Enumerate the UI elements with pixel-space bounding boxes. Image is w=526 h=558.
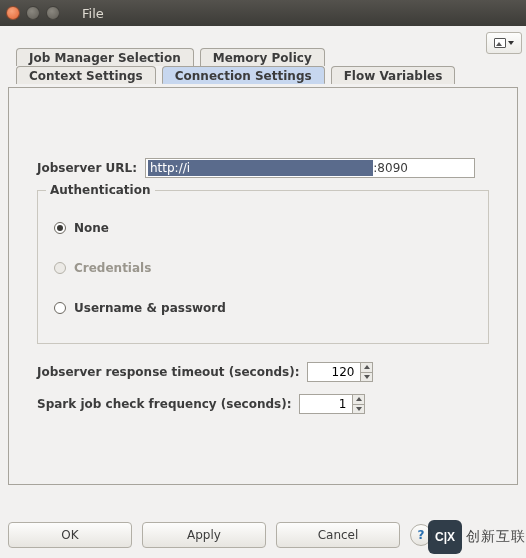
auth-option-label: Username & password [74,301,226,315]
jobserver-url-label: Jobserver URL: [37,161,137,175]
close-icon[interactable] [6,6,20,20]
timeout-label: Jobserver response timeout (seconds): [37,365,299,379]
chevron-down-icon [364,375,370,379]
auth-option-none[interactable]: None [54,221,474,235]
frequency-label: Spark job check frequency (seconds): [37,397,291,411]
auth-option-userpass[interactable]: Username & password [54,301,474,315]
stepper-up[interactable] [361,363,372,373]
authentication-group: Authentication None Credentials Username… [37,190,489,344]
auth-option-label: None [74,221,109,235]
jobserver-url-input[interactable]: http://i :8090 [145,158,475,178]
authentication-legend: Authentication [46,183,155,197]
tab-memory-policy[interactable]: Memory Policy [200,48,325,66]
stepper-down[interactable] [353,405,364,414]
auth-option-credentials[interactable]: Credentials [54,261,474,275]
stepper-up[interactable] [353,395,364,405]
titlebar: File [0,0,526,26]
radio-icon [54,302,66,314]
dialog-content: Job Manager Selection Memory Policy Cont… [0,26,526,493]
watermark-badge-icon: C|X [428,520,462,554]
chevron-down-icon [356,407,362,411]
minimize-icon[interactable] [26,6,40,20]
watermark: C|X 创新互联 [428,520,526,554]
tab-job-manager-selection[interactable]: Job Manager Selection [16,48,194,66]
watermark-text: 创新互联 [466,528,526,546]
tab-context-settings[interactable]: Context Settings [16,66,156,84]
tab-connection-settings[interactable]: Connection Settings [162,66,325,84]
apply-button[interactable]: Apply [142,522,266,548]
tabbar: Job Manager Selection Memory Policy Cont… [8,48,518,88]
frequency-input[interactable] [300,395,352,413]
timeout-input[interactable] [308,363,360,381]
frequency-stepper[interactable] [299,394,365,414]
window-title: File [82,6,104,21]
picture-icon [494,38,506,48]
chevron-up-icon [364,365,370,369]
radio-icon [54,262,66,274]
auth-option-label: Credentials [74,261,151,275]
chevron-down-icon [508,41,514,45]
stepper-down[interactable] [361,373,372,382]
connection-settings-panel: Jobserver URL: http://i :8090 Authentica… [8,87,518,485]
chevron-up-icon [356,397,362,401]
timeout-stepper[interactable] [307,362,373,382]
tab-flow-variables[interactable]: Flow Variables [331,66,456,84]
ok-button[interactable]: OK [8,522,132,548]
maximize-icon[interactable] [46,6,60,20]
radio-icon [54,222,66,234]
cancel-button[interactable]: Cancel [276,522,400,548]
